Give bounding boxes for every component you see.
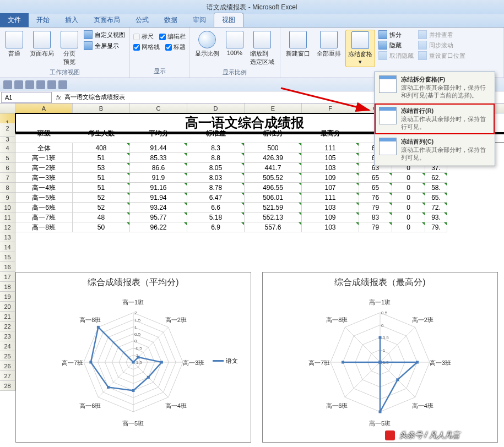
data-cell[interactable]: 58. <box>425 183 447 193</box>
data-cell[interactable]: 8.8 <box>187 153 245 163</box>
data-cell[interactable]: 52 <box>73 203 130 212</box>
data-cell[interactable]: 高一5班 <box>15 193 73 203</box>
btn-fullscreen[interactable]: 全屏显示 <box>83 41 126 51</box>
data-cell[interactable]: 552.13 <box>245 212 302 222</box>
row-header-28[interactable]: 28 <box>0 381 15 391</box>
row-header-6[interactable]: 6 <box>0 163 15 173</box>
select-all-corner[interactable] <box>0 103 15 113</box>
data-cell[interactable]: 高一8班 <box>15 222 73 232</box>
data-cell[interactable]: 65 <box>359 183 392 193</box>
data-cell[interactable]: 76 <box>359 193 392 203</box>
col-header-e[interactable]: E <box>245 103 302 113</box>
data-cell[interactable]: 8.3 <box>187 143 245 153</box>
tab-review[interactable]: 审阅 <box>185 13 214 27</box>
data-cell[interactable]: 53 <box>73 163 130 173</box>
data-cell[interactable]: 103 <box>302 203 359 212</box>
data-cell[interactable]: 103 <box>302 163 359 173</box>
data-cell[interactable]: 103 <box>302 222 359 232</box>
data-cell[interactable]: 0 <box>392 193 425 203</box>
data-cell[interactable]: 全体 <box>15 143 73 153</box>
data-cell[interactable]: 65. <box>425 193 447 203</box>
data-cell[interactable]: 62. <box>425 173 447 183</box>
data-cell[interactable]: 109 <box>302 212 359 222</box>
data-cell[interactable]: 496.55 <box>245 183 302 193</box>
data-cell[interactable]: 高一6班 <box>15 203 73 212</box>
tab-data[interactable]: 数据 <box>156 13 185 27</box>
freeze-panes-option[interactable]: 冻结拆分窗格(F)滚动工作表其余部分时，保持行和列可见(基于当前的选择)。 <box>375 72 495 103</box>
fx-icon[interactable]: fx <box>56 94 61 101</box>
data-cell[interactable]: 505.52 <box>245 173 302 183</box>
row-header-23[interactable]: 23 <box>0 331 15 341</box>
data-cell[interactable]: 91.44 <box>130 143 187 153</box>
btn-split[interactable]: 拆分 <box>377 30 415 40</box>
formula-input[interactable]: 高一语文综合成绩报表 <box>64 93 125 101</box>
btn-side-by-side[interactable]: 并排查看 <box>417 30 467 40</box>
tab-formulas[interactable]: 公式 <box>128 13 156 27</box>
btn-freeze-panes[interactable]: 冻结窗格▾ <box>345 30 375 67</box>
tab-home[interactable]: 开始 <box>29 13 57 27</box>
data-cell[interactable]: 65 <box>359 173 392 183</box>
data-cell[interactable]: 高一7班 <box>15 212 73 222</box>
data-cell[interactable]: 0 <box>392 183 425 193</box>
btn-page-break[interactable]: 分页 预览 <box>58 30 80 67</box>
data-cell[interactable]: 79 <box>359 203 392 212</box>
data-cell[interactable]: 91.9 <box>130 173 187 183</box>
data-cell[interactable]: 6.47 <box>187 193 245 203</box>
data-cell[interactable]: 8.78 <box>187 183 245 193</box>
row-header-7[interactable]: 7 <box>0 173 15 183</box>
data-cell[interactable]: 0 <box>392 212 425 222</box>
chk-ruler[interactable]: 标尺 <box>133 32 154 41</box>
qat-print-icon[interactable] <box>58 80 67 89</box>
data-cell[interactable]: 0 <box>392 203 425 212</box>
data-cell[interactable]: 79 <box>359 222 392 232</box>
data-cell[interactable]: 426.39 <box>245 153 302 163</box>
tab-file[interactable]: 文件 <box>0 13 29 27</box>
data-cell[interactable]: 95.77 <box>130 212 187 222</box>
btn-reset-pos[interactable]: 重设窗口位置 <box>417 51 467 61</box>
data-cell[interactable]: 441.7 <box>245 163 302 173</box>
data-cell[interactable]: 105 <box>302 153 359 163</box>
row-header-20[interactable]: 20 <box>0 302 15 312</box>
qat-save-icon[interactable] <box>3 80 12 89</box>
data-cell[interactable]: 51 <box>73 173 130 183</box>
data-cell[interactable]: 72. <box>425 203 447 212</box>
tab-insert[interactable]: 插入 <box>57 13 86 27</box>
row-header-18[interactable]: 18 <box>0 282 15 292</box>
data-cell[interactable]: 91.16 <box>130 183 187 193</box>
row-header-25[interactable]: 25 <box>0 351 15 361</box>
name-box[interactable]: A1 <box>1 92 52 103</box>
th-class[interactable]: 班级 <box>15 123 73 143</box>
data-cell[interactable]: 8.03 <box>187 173 245 183</box>
chart-max[interactable]: 综合成绩报表（最高分) -1.5-1-0.500.5高一1班高一2班高一3班高一… <box>262 272 498 443</box>
data-cell[interactable]: 83 <box>359 212 392 222</box>
btn-zoom-selection[interactable]: 缩放到 选定区域 <box>248 30 277 67</box>
data-cell[interactable]: 0 <box>392 173 425 183</box>
th-std[interactable]: 标准差 <box>187 123 245 143</box>
row-header-8[interactable]: 8 <box>0 183 15 193</box>
data-cell[interactable]: 高一2班 <box>15 163 73 173</box>
col-header-a[interactable]: A <box>15 103 73 113</box>
row-header-5[interactable]: 5 <box>0 153 15 163</box>
data-cell[interactable]: 5.18 <box>187 212 245 222</box>
data-cell[interactable]: 96.22 <box>130 222 187 232</box>
data-cell[interactable]: 109 <box>302 173 359 183</box>
data-cell[interactable]: 91.94 <box>130 193 187 203</box>
th-max[interactable]: 最高分 <box>302 123 359 143</box>
data-cell[interactable]: 50 <box>73 222 130 232</box>
th-avg[interactable]: 平均分 <box>130 123 187 143</box>
row-header-3[interactable]: 3 <box>0 134 15 137</box>
freeze-first-col-option[interactable]: 冻结首列(C)滚动工作表其余部分时，保持首列可见。 <box>375 134 495 166</box>
btn-new-window[interactable]: 新建窗口 <box>284 30 312 59</box>
row-header-17[interactable]: 17 <box>0 272 15 282</box>
data-cell[interactable]: 521.59 <box>245 203 302 212</box>
row-header-9[interactable]: 9 <box>0 193 15 203</box>
chk-formula-bar[interactable]: 编辑栏 <box>159 32 186 41</box>
qat-open-icon[interactable] <box>47 80 56 89</box>
btn-normal-view[interactable]: 普通 <box>3 30 25 59</box>
row-header-27[interactable]: 27 <box>0 371 15 381</box>
qat-redo-icon[interactable] <box>25 80 34 89</box>
qat-undo-icon[interactable] <box>14 80 23 89</box>
row-header-21[interactable]: 21 <box>0 312 15 321</box>
chk-gridlines[interactable]: 网格线 <box>133 42 160 52</box>
data-cell[interactable]: 107 <box>302 183 359 193</box>
